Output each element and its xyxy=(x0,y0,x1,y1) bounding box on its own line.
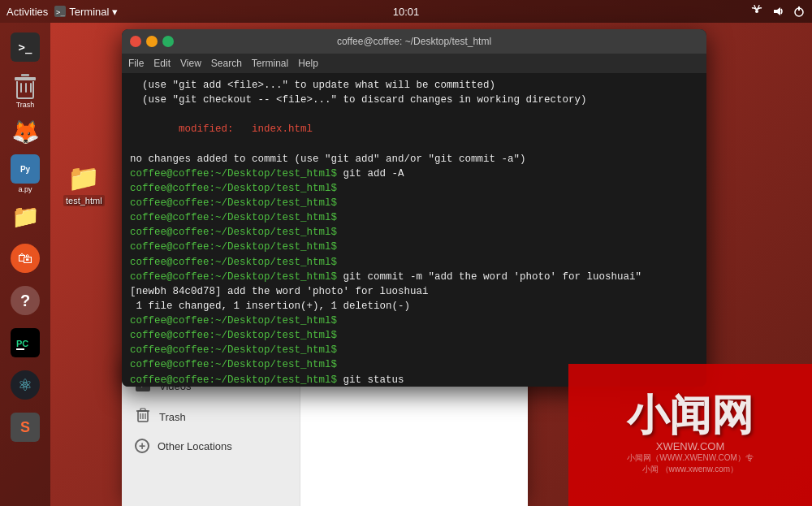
terminal-menubar: File Edit View Search Terminal Help xyxy=(122,54,706,73)
svg-rect-13 xyxy=(140,409,145,411)
terminal-line: coffee@coffee:~/Desktop/test_html$ xyxy=(130,314,698,328)
terminal-titlebar: coffee@coffee: ~/Desktop/test_html xyxy=(122,29,706,54)
pycharm-icon: PC xyxy=(11,328,40,357)
terminal-line: modified: index.html xyxy=(130,122,698,136)
topbar: Activities >_ Terminal ▾ 10:01 xyxy=(0,0,812,23)
sound-icon xyxy=(771,5,784,18)
add-icon: + xyxy=(135,439,149,453)
dock-item-atom[interactable]: ⚛ xyxy=(6,365,45,404)
window-controls xyxy=(130,36,174,47)
sublime-icon: S xyxy=(11,413,40,442)
watermark-domain: XWENW.COM xyxy=(656,440,725,452)
menu-edit[interactable]: Edit xyxy=(153,58,171,69)
terminal-content[interactable]: (use "git add <file>..." to update what … xyxy=(122,73,706,387)
fm-trash-icon xyxy=(135,408,151,426)
terminal-line: coffee@coffee:~/Desktop/test_html$ xyxy=(130,196,698,210)
clock: 10:01 xyxy=(393,6,420,18)
terminal-window-title: coffee@coffee: ~/Desktop/test_html xyxy=(337,36,491,47)
terminal-line: coffee@coffee:~/Desktop/test_html$ xyxy=(130,328,698,343)
menu-terminal[interactable]: Terminal xyxy=(252,58,288,69)
terminal-line: coffee@coffee:~/Desktop/test_html$ xyxy=(130,240,698,254)
svg-point-2 xyxy=(755,10,758,13)
application-dock: >_ Trash 🦊 Py a.py 📁 🛍 ? xyxy=(0,23,50,506)
power-icon[interactable] xyxy=(793,5,806,18)
terminal-app-icon: >_ xyxy=(11,32,40,62)
svg-text:PC: PC xyxy=(16,339,28,348)
menu-search[interactable]: Search xyxy=(211,58,242,69)
atom-icon: ⚛ xyxy=(11,370,40,400)
terminal-dropdown-icon: ▾ xyxy=(112,6,118,18)
trash-label: Trash xyxy=(16,101,35,109)
terminal-line: coffee@coffee:~/Desktop/test_html$ xyxy=(130,210,698,225)
watermark-sub2: 小闻 （www.xwenw.com） xyxy=(642,464,738,475)
menu-view[interactable]: View xyxy=(180,58,201,69)
dock-item-sublime[interactable]: S xyxy=(6,408,45,447)
terminal-line: coffee@coffee:~/Desktop/test_html$ git a… xyxy=(130,167,698,181)
files-icon: 📁 xyxy=(11,201,40,231)
firefox-icon: 🦊 xyxy=(11,117,40,146)
dock-item-python[interactable]: Py a.py xyxy=(6,154,45,193)
svg-text:>_: >_ xyxy=(56,8,65,16)
activities-button[interactable]: Activities xyxy=(6,6,48,18)
terminal-line: coffee@coffee:~/Desktop/test_html$ xyxy=(130,225,698,240)
fm-item-trash[interactable]: Trash xyxy=(122,401,300,432)
terminal-line: [newbh 84c0d78] add the word 'photo' for… xyxy=(130,284,698,299)
software-icon: 🛍 xyxy=(11,244,40,273)
terminal-line: coffee@coffee:~/Desktop/test_html$ git c… xyxy=(130,270,698,284)
dock-item-terminal[interactable]: >_ xyxy=(6,28,45,67)
terminal-window: coffee@coffee: ~/Desktop/test_html File … xyxy=(122,29,706,387)
dock-item-trash[interactable]: Trash xyxy=(6,70,45,109)
python-icon: Py xyxy=(11,154,40,184)
terminal-line: coffee@coffee:~/Desktop/test_html$ xyxy=(130,181,698,196)
folder-icon: 📁 xyxy=(67,162,100,193)
python-label: a.py xyxy=(18,185,32,193)
dock-item-help[interactable]: ? xyxy=(6,281,45,320)
dock-item-firefox[interactable]: 🦊 xyxy=(6,112,45,151)
menu-file[interactable]: File xyxy=(128,58,144,69)
watermark-sub1: 小闻网（WWW.XWENW.COM）专 xyxy=(627,452,754,464)
network-icon xyxy=(750,5,763,18)
terminal-line: coffee@coffee:~/Desktop/test_html$ xyxy=(130,343,698,357)
other-locations-label: Other Locations xyxy=(158,440,232,452)
minimize-button[interactable] xyxy=(146,36,158,47)
close-button[interactable] xyxy=(130,36,141,47)
terminal-line: 1 file changed, 1 insertion(+), 1 deleti… xyxy=(130,299,698,314)
watermark-brand: 小闻网 xyxy=(627,395,754,437)
dock-item-pycharm[interactable]: PC xyxy=(6,323,45,362)
system-tray xyxy=(750,5,806,18)
dock-item-software[interactable]: 🛍 xyxy=(6,239,45,278)
terminal-icon: >_ xyxy=(54,6,66,17)
folder-label: test_html xyxy=(63,195,105,206)
dock-item-files[interactable]: 📁 xyxy=(6,197,45,236)
fm-item-other-locations[interactable]: + Other Locations xyxy=(122,432,300,460)
terminal-line: (use "git checkout -- <file>..." to disc… xyxy=(130,93,698,107)
terminal-line: coffee@coffee:~/Desktop/test_html$ xyxy=(130,255,698,270)
terminal-line: (use "git add <file>..." to update what … xyxy=(130,78,698,93)
terminal-label: Terminal xyxy=(69,6,109,18)
trash-icon xyxy=(11,70,40,99)
menu-help[interactable]: Help xyxy=(298,58,318,69)
svg-rect-8 xyxy=(16,348,24,350)
watermark: 小闻网 XWENW.COM 小闻网（WWW.XWENW.COM）专 小闻 （ww… xyxy=(568,364,812,506)
help-icon: ? xyxy=(11,286,40,315)
trash-fm-label: Trash xyxy=(159,411,186,423)
svg-marker-3 xyxy=(774,7,780,15)
topbar-left: Activities >_ Terminal ▾ xyxy=(6,6,118,18)
terminal-line: no changes added to commit (use "git add… xyxy=(130,152,698,167)
desktop-folder-test_html[interactable]: 📁 test_html xyxy=(63,162,105,206)
maximize-button[interactable] xyxy=(162,36,174,47)
terminal-menu-button[interactable]: >_ Terminal ▾ xyxy=(54,6,118,18)
